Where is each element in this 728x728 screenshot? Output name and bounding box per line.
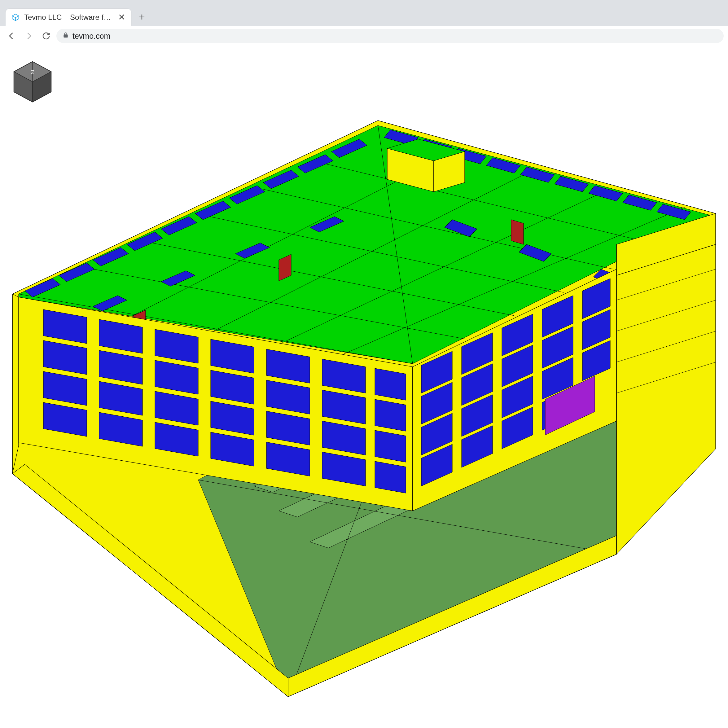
url-text: tevmo.com (72, 32, 110, 41)
back-button[interactable] (5, 29, 18, 43)
svg-marker-109 (616, 245, 716, 554)
address-bar: tevmo.com (0, 26, 728, 46)
reload-button[interactable] (39, 29, 53, 43)
svg-marker-79 (375, 430, 406, 462)
browser-chrome: Tevmo LLC – Software for HVACR ✕ + tevmo… (0, 0, 728, 46)
favicon-icon (11, 13, 20, 22)
url-field[interactable]: tevmo.com (57, 29, 723, 43)
lock-icon (63, 32, 69, 40)
new-tab-button[interactable]: + (136, 11, 147, 23)
svg-marker-114 (12, 294, 18, 474)
building-model[interactable]: .wl{fill:#f6f200;stroke:#000;stroke-widt… (0, 46, 728, 728)
browser-tab[interactable]: Tevmo LLC – Software for HVACR ✕ (6, 9, 132, 26)
model-viewport[interactable]: z .wl{fill:#f6f200;stroke:#000;stroke-wi… (0, 46, 728, 728)
svg-marker-49 (511, 220, 523, 245)
svg-marker-65 (375, 369, 406, 400)
close-tab-icon[interactable]: ✕ (117, 13, 126, 22)
forward-button[interactable] (22, 29, 36, 43)
svg-marker-72 (375, 399, 406, 431)
tab-title: Tevmo LLC – Software for HVACR (24, 13, 113, 22)
tab-strip: Tevmo LLC – Software for HVACR ✕ + (0, 0, 728, 26)
svg-marker-86 (375, 461, 406, 493)
